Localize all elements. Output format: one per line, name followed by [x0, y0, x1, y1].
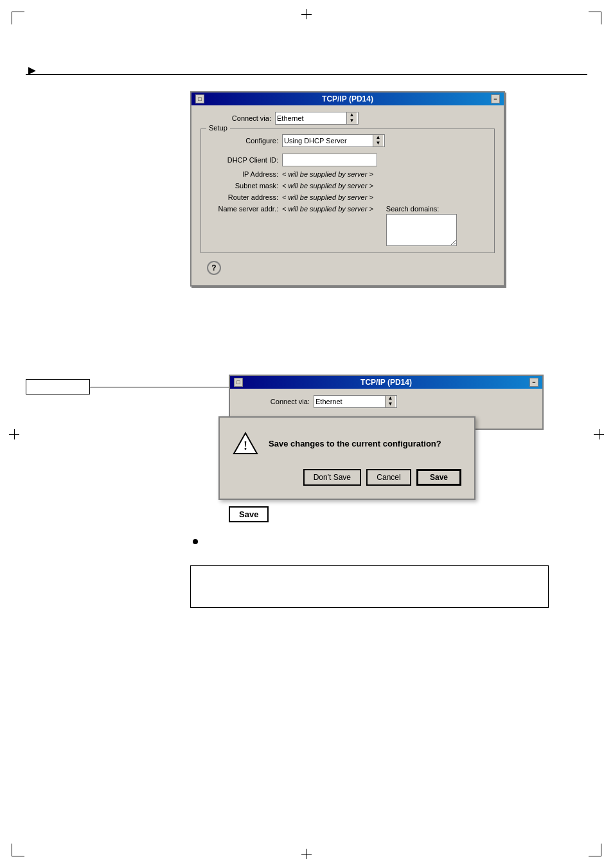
ip-address-row: IP Address: < will be supplied by server… [208, 170, 488, 178]
ip-address-value: < will be supplied by server > [282, 170, 373, 178]
dialog1-body: Connect via: Ethernet ▲ ▼ Setup Configur… [191, 105, 504, 285]
connect-via-row-2: Connect via: Ethernet ▲ ▼ [239, 395, 533, 408]
connect-via-value: Ethernet [277, 114, 346, 122]
dialog2-titlebar: □ TCP/IP (PD14) − [230, 376, 542, 389]
search-domains-box: Search domains: [386, 205, 457, 247]
search-domains-label: Search domains: [386, 205, 457, 213]
connect-via-select[interactable]: Ethernet ▲ ▼ [275, 112, 359, 125]
close-button-2[interactable]: □ [234, 378, 243, 387]
corner-mark-tr [589, 12, 601, 24]
arrow-down-2[interactable]: ▼ [373, 141, 383, 146]
minimize-button-1[interactable]: − [491, 94, 500, 103]
callout-box [26, 379, 90, 394]
confirm-message: Save changes to the current configuratio… [269, 439, 441, 448]
connect-via-select-2[interactable]: Ethernet ▲ ▼ [314, 395, 397, 408]
confirm-header: ! Save changes to the current configurat… [233, 430, 461, 456]
bullet-item [193, 537, 574, 544]
name-server-section: Name server addr.: < will be supplied by… [208, 205, 488, 247]
connect-via-label: Connect via: [200, 114, 271, 122]
bottom-textbox [190, 565, 549, 608]
search-domains-textarea[interactable] [386, 214, 457, 246]
router-address-value: < will be supplied by server > [282, 193, 373, 201]
configure-select[interactable]: Using DHCP Server ▲ ▼ [282, 134, 385, 147]
arrow-down-1[interactable]: ▼ [347, 118, 357, 124]
router-address-row: Router address: < will be supplied by se… [208, 193, 488, 201]
router-address-label: Router address: [208, 193, 278, 201]
setup-legend: Setup [206, 124, 230, 132]
name-server-left: Name server addr.: < will be supplied by… [208, 205, 373, 217]
dialog1-titlebar: □ TCP/IP (PD14) − [191, 93, 504, 105]
dialog2-title: TCP/IP (PD14) [243, 378, 529, 387]
section-arrow: ► [26, 63, 39, 78]
name-server-row: Name server addr.: < will be supplied by… [208, 205, 373, 213]
ip-address-label: IP Address: [208, 170, 278, 178]
dhcp-client-input[interactable] [282, 154, 377, 166]
dhcp-client-label: DHCP Client ID: [208, 156, 278, 164]
crosshair-left [9, 429, 19, 439]
configure-arrows[interactable]: ▲ ▼ [373, 135, 383, 146]
dialog1-title: TCP/IP (PD14) [204, 94, 491, 103]
callout-line [90, 387, 231, 387]
help-button-1[interactable]: ? [207, 261, 221, 275]
configure-label: Configure: [208, 137, 278, 145]
connect-via-row: Connect via: Ethernet ▲ ▼ [200, 112, 495, 125]
save-confirm-dialog: ! Save changes to the current configurat… [218, 416, 475, 500]
arrow-down-3[interactable]: ▼ [386, 402, 395, 407]
dialog1-footer: ? [200, 257, 495, 279]
warning-icon: ! [233, 430, 258, 456]
minimize-button-2[interactable]: − [529, 378, 538, 387]
crosshair-right [594, 429, 604, 439]
connect-via-value-2: Ethernet [315, 398, 385, 405]
configure-row: Configure: Using DHCP Server ▲ ▼ [208, 134, 488, 147]
connect-via-arrows[interactable]: ▲ ▼ [346, 112, 357, 124]
tcpip-dialog-1: □ TCP/IP (PD14) − Connect via: Ethernet … [190, 91, 505, 287]
bullet-section [193, 537, 574, 551]
corner-mark-bl [12, 844, 24, 856]
save-button-confirm[interactable]: Save [416, 469, 461, 486]
close-button-1[interactable]: □ [195, 94, 204, 103]
dont-save-button[interactable]: Don't Save [303, 469, 361, 486]
section-rule [26, 74, 587, 75]
configure-value: Using DHCP Server [284, 137, 373, 145]
corner-mark-tl [12, 12, 24, 24]
name-server-label: Name server addr.: [208, 205, 278, 213]
svg-text:!: ! [244, 439, 247, 452]
dhcp-client-row: DHCP Client ID: [208, 154, 488, 166]
cancel-button[interactable]: Cancel [366, 469, 411, 486]
save-label-box[interactable]: Save [229, 506, 269, 522]
confirm-buttons: Don't Save Cancel Save [233, 469, 461, 486]
name-server-value: < will be supplied by server > [282, 205, 373, 213]
crosshair-bottom [301, 849, 312, 859]
subnet-mask-value: < will be supplied by server > [282, 182, 373, 190]
bullet-dot [193, 539, 198, 544]
connect-via-arrows-2[interactable]: ▲ ▼ [385, 396, 395, 407]
setup-group: Setup Configure: Using DHCP Server ▲ ▼ D… [200, 128, 495, 253]
connect-via-label-2: Connect via: [239, 398, 310, 405]
subnet-mask-label: Subnet mask: [208, 182, 278, 190]
crosshair-top [301, 9, 312, 19]
corner-mark-br [589, 844, 601, 856]
subnet-mask-row: Subnet mask: < will be supplied by serve… [208, 182, 488, 190]
